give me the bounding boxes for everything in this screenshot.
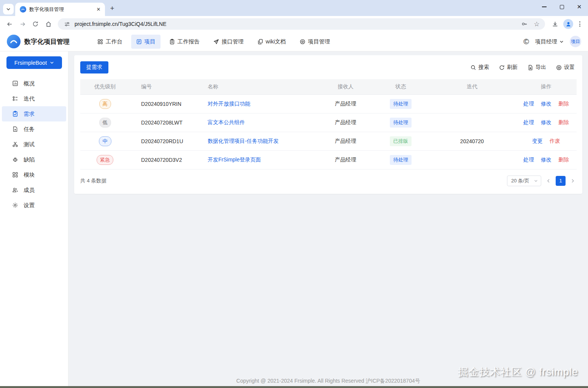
action-handle-link[interactable]: 处理 xyxy=(523,119,534,125)
requirements-card: 提需求 搜索 刷新 导出 xyxy=(74,55,582,194)
action-edit-link[interactable]: 修改 xyxy=(541,156,551,163)
downloads-icon[interactable] xyxy=(550,19,559,29)
prev-page-button[interactable] xyxy=(545,179,552,183)
browser-window: 数字化项目管理 ✕ + ✕ project.frsimple.cn/Tug3Ci… xyxy=(0,0,588,388)
nav-label: wiki文档 xyxy=(266,38,286,45)
refresh-button[interactable]: 刷新 xyxy=(499,64,518,71)
action-handle-link[interactable]: 处理 xyxy=(523,101,534,107)
next-page-button[interactable] xyxy=(569,179,576,183)
nav-item-api-management[interactable]: 接口管理 xyxy=(208,35,249,49)
page-number-1[interactable]: 1 xyxy=(556,176,566,186)
search-icon xyxy=(470,65,476,70)
sidebar-item-iterations[interactable]: 迭代 xyxy=(2,91,66,106)
action-edit-link[interactable]: 修改 xyxy=(541,101,551,107)
nav-label: 工作台 xyxy=(106,38,122,45)
table-row: 紧急 D20240720D3V2 开发FrSimple登录页面 产品经理 待处理… xyxy=(80,150,577,169)
sidebar-item-modules[interactable]: 模块 xyxy=(2,167,66,182)
tab-search-button[interactable] xyxy=(3,4,14,14)
table-footer: 共 4 条数据 20 条/页 1 xyxy=(80,176,576,186)
tab-close-icon[interactable]: ✕ xyxy=(95,6,102,13)
maximize-button[interactable] xyxy=(553,0,571,14)
project-select-button[interactable]: FrsimpleBoot xyxy=(6,56,62,69)
site-settings-icon[interactable] xyxy=(62,19,72,29)
nav-item-work-report[interactable]: 工作报告 xyxy=(164,35,205,49)
chart-box-icon xyxy=(12,80,18,86)
app-logo-icon xyxy=(7,35,21,48)
role-label: 项目经理 xyxy=(535,38,557,45)
sidebar-item-overview[interactable]: 概况 xyxy=(2,76,66,91)
modules-grid-icon xyxy=(12,172,18,178)
grid-icon xyxy=(97,39,103,45)
action-handle-link[interactable]: 处理 xyxy=(523,156,534,163)
header-right: © 项目经理 项目 xyxy=(523,36,581,47)
url-text[interactable]: project.frsimple.cn/Tug3CiQ4/J5LifLNE xyxy=(75,21,517,27)
chevron-down-icon xyxy=(50,61,54,65)
action-delete-link[interactable]: 删除 xyxy=(558,156,569,163)
sidebar-item-label: 设置 xyxy=(24,202,35,209)
action-delete-link[interactable]: 删除 xyxy=(558,101,569,107)
browser-menu-icon[interactable] xyxy=(577,19,583,29)
back-button[interactable] xyxy=(4,18,15,30)
address-bar[interactable]: project.frsimple.cn/Tug3CiQ4/J5LifLNE ☆ xyxy=(58,18,545,30)
requirement-name-link[interactable]: 开发FrSimple登录页面 xyxy=(208,156,261,163)
copyright-icon[interactable]: © xyxy=(523,38,529,45)
action-void-link[interactable]: 作废 xyxy=(550,138,560,144)
requirement-name-link[interactable]: 对外开放接口功能 xyxy=(208,101,250,107)
requirement-code: D20240910YRIN xyxy=(130,94,196,113)
status-badge: 已排版 xyxy=(390,136,412,146)
nav-item-wiki-docs[interactable]: wiki文档 xyxy=(253,35,291,49)
requirement-name-link[interactable]: 富文本公共组件 xyxy=(208,119,245,125)
action-change-link[interactable]: 变更 xyxy=(532,138,543,144)
bookmark-star-icon[interactable]: ☆ xyxy=(532,19,541,29)
nav-item-project-management[interactable]: 项目管理 xyxy=(295,35,335,49)
password-key-icon[interactable] xyxy=(520,19,529,29)
main-content: 提需求 搜索 刷新 导出 xyxy=(68,51,588,388)
search-button[interactable]: 搜索 xyxy=(470,64,489,71)
status-badge: 待处理 xyxy=(390,99,412,109)
tool-label: 导出 xyxy=(536,64,546,71)
bug-icon xyxy=(12,156,18,163)
receiver-cell: 产品经理 xyxy=(318,132,373,150)
nav-label: 项目 xyxy=(145,38,156,45)
receiver-cell: 产品经理 xyxy=(318,150,373,169)
nav-item-workbench[interactable]: 工作台 xyxy=(92,35,127,49)
favicon xyxy=(20,6,26,13)
forward-button[interactable] xyxy=(17,18,28,30)
new-tab-button[interactable]: + xyxy=(107,3,117,13)
add-requirement-button[interactable]: 提需求 xyxy=(80,61,108,73)
export-button[interactable]: 导出 xyxy=(528,64,546,71)
browser-toolbar: project.frsimple.cn/Tug3CiQ4/J5LifLNE ☆ xyxy=(0,16,588,32)
sidebar-item-defects[interactable]: 缺陷 xyxy=(2,152,66,167)
sidebar-item-settings[interactable]: 设置 xyxy=(2,198,66,213)
sidebar-item-tasks[interactable]: 任务 xyxy=(2,121,66,137)
people-icon xyxy=(12,187,18,193)
page-size-select[interactable]: 20 条/页 xyxy=(507,176,541,186)
table-header-row: 优先级别 编号 名称 接收人 状态 迭代 操作 xyxy=(80,79,577,94)
sidebar-item-tests[interactable]: 测试 xyxy=(2,137,66,152)
browser-tab[interactable]: 数字化项目管理 ✕ xyxy=(15,3,105,16)
chevron-down-icon xyxy=(559,40,564,44)
reload-button[interactable] xyxy=(30,18,41,30)
nav-label: 接口管理 xyxy=(222,38,244,45)
role-switcher[interactable]: 项目经理 xyxy=(535,38,564,45)
table-settings-button[interactable]: 设置 xyxy=(556,64,575,71)
nav-item-project[interactable]: 项目 xyxy=(131,35,161,49)
sidebar-item-members[interactable]: 成员 xyxy=(2,182,66,198)
minimize-button[interactable] xyxy=(536,0,553,14)
sidebar-item-label: 缺陷 xyxy=(24,156,35,163)
project-name: FrsimpleBoot xyxy=(14,60,47,66)
action-edit-link[interactable]: 修改 xyxy=(541,119,551,125)
user-avatar[interactable]: 项目 xyxy=(570,36,581,47)
action-delete-link[interactable]: 删除 xyxy=(558,119,569,125)
priority-badge: 高 xyxy=(99,99,111,109)
sidebar-item-label: 需求 xyxy=(24,110,35,118)
export-file-icon xyxy=(528,65,533,70)
close-button[interactable]: ✕ xyxy=(571,0,588,14)
status-badge: 待处理 xyxy=(390,118,412,128)
requirement-name-link[interactable]: 数据化管理项目-任务功能开发 xyxy=(208,138,279,144)
home-button[interactable] xyxy=(43,18,54,30)
browser-profile-avatar[interactable] xyxy=(563,19,573,29)
home-icon xyxy=(45,21,52,27)
chevron-down-icon xyxy=(534,179,538,183)
sidebar-item-requirements[interactable]: 需求 xyxy=(2,106,66,121)
